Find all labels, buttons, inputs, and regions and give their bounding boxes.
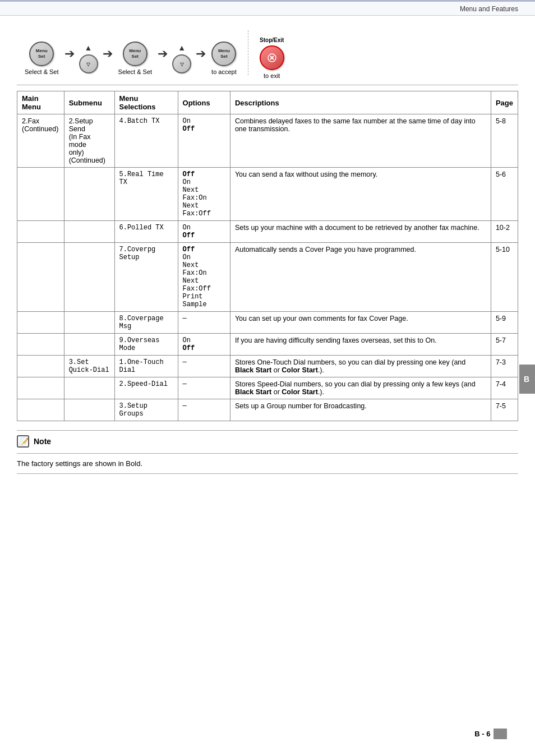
options-cell: —: [178, 377, 230, 399]
desc-cell: If you are having difficulty sending fax…: [230, 334, 491, 356]
options-cell: OffOnNext Fax:OnNext Fax:Off: [178, 168, 230, 221]
page-number-label: B - 6: [474, 730, 490, 738]
up-arrow-1[interactable]: ▲: [85, 43, 93, 52]
table-row: 2.Fax(Continued) 2.Setup Send(In Fax mod…: [17, 114, 518, 168]
header-title: Menu and Features: [460, 5, 518, 13]
main-content: MenuSet Select & Set ➔ ▲ ▿ ➔ MenuSet Sel…: [0, 16, 535, 491]
menu-sel-cell: 3.SetupGroups: [114, 399, 178, 421]
arrow-3: ➔: [158, 47, 168, 61]
page-cell: 5-6: [491, 168, 518, 221]
main-menu-cell: 2.Fax(Continued): [17, 114, 64, 168]
options-cell: —: [178, 312, 230, 334]
nav-dial-1[interactable]: ▿: [79, 54, 98, 73]
nav-arrows-2: ▲ ▿: [172, 43, 191, 73]
page-cell: 5-10: [491, 243, 518, 312]
note-section: 📝 Note The factory settings are shown in…: [17, 430, 518, 474]
step3-label: to accept: [211, 68, 237, 75]
col-options: Options: [178, 91, 230, 114]
submenu-cell: [64, 334, 114, 356]
arrow-1: ➔: [64, 47, 75, 61]
options-cell: OffOnNext Fax:OnNext Fax:OffPrint Sample: [178, 243, 230, 312]
table-row: 9.OverseasMode OnOff If you are having d…: [17, 334, 518, 356]
stop-exit-label: to exit: [264, 72, 280, 79]
options-cell: —: [178, 399, 230, 421]
nav-arrows-1: ▲ ▿: [79, 43, 98, 73]
page-cell: 7-3: [491, 356, 518, 377]
submenu-cell: 2.Setup Send(In Fax modeonly)(Continued): [64, 114, 114, 168]
main-menu-cell: [17, 168, 64, 221]
step3-group: MenuSet to accept: [211, 42, 237, 75]
page-number-box: [494, 729, 507, 739]
step2-group: MenuSet Select & Set: [118, 42, 153, 75]
menu-sel-cell: 9.OverseasMode: [114, 334, 178, 356]
menu-table: Main Menu Submenu Menu Selections Option…: [17, 91, 518, 421]
dashed-separator: [248, 30, 248, 75]
menu-set-button-2[interactable]: MenuSet: [123, 42, 147, 66]
table-row: 5.Real Time TX OffOnNext Fax:OnNext Fax:…: [17, 168, 518, 221]
menu-sel-cell: 7.CoverpgSetup: [114, 243, 178, 312]
options-cell: —: [178, 356, 230, 377]
menu-set-button-3[interactable]: MenuSet: [211, 42, 236, 66]
desc-cell: You can set up your own comments for fax…: [230, 312, 491, 334]
stop-exit-top-label: Stop/Exit: [260, 37, 284, 43]
stop-exit-button[interactable]: [260, 45, 284, 70]
submenu-cell: [64, 399, 114, 421]
page-cell: 7-4: [491, 377, 518, 399]
submenu-cell: 3.SetQuick-Dial: [64, 356, 114, 377]
step1-label: Select & Set: [25, 68, 59, 75]
desc-cell: Sets up your machine with a document to …: [230, 221, 491, 243]
note-label: Note: [34, 437, 51, 446]
desc-cell: Sets up a Group number for Broadcasting.: [230, 399, 491, 421]
diagram-area: MenuSet Select & Set ➔ ▲ ▿ ➔ MenuSet Sel…: [17, 27, 518, 85]
note-bottom-divider: [17, 473, 518, 474]
page-cell: 5-7: [491, 334, 518, 356]
table-row: 3.SetupGroups — Sets up a Group number f…: [17, 399, 518, 421]
note-text: The factory settings are shown in Bold.: [17, 459, 518, 468]
options-cell: OnOff: [178, 334, 230, 356]
note-icon: 📝: [17, 435, 29, 448]
main-menu-cell: [17, 243, 64, 312]
note-divider: [17, 453, 518, 454]
page-cell: 10-2: [491, 221, 518, 243]
desc-cell: Stores One-Touch Dial numbers, so you ca…: [230, 356, 491, 377]
main-menu-cell: [17, 221, 64, 243]
submenu-cell: [64, 221, 114, 243]
nav-dial-2[interactable]: ▿: [172, 54, 191, 73]
menu-sel-cell: 6.Polled TX: [114, 221, 178, 243]
main-menu-cell: [17, 334, 64, 356]
main-menu-cell: [17, 312, 64, 334]
col-page: Page: [491, 91, 518, 114]
col-main-menu: Main Menu: [17, 91, 64, 114]
menu-sel-cell: 2.Speed-Dial: [114, 377, 178, 399]
page-footer: B - 6: [474, 729, 507, 739]
col-menu-selections: Menu Selections: [114, 91, 178, 114]
table-row: 7.CoverpgSetup OffOnNext Fax:OnNext Fax:…: [17, 243, 518, 312]
desc-cell: Automatically sends a Cover Page you hav…: [230, 243, 491, 312]
menu-sel-cell: 8.CoverpageMsg: [114, 312, 178, 334]
table-row: 3.SetQuick-Dial 1.One-TouchDial — Stores…: [17, 356, 518, 377]
note-header: 📝 Note: [17, 435, 518, 448]
arrow-2: ➔: [103, 47, 113, 61]
menu-sel-cell: 5.Real Time TX: [114, 168, 178, 221]
options-cell: OnOff: [178, 114, 230, 168]
side-tab: B: [519, 365, 535, 394]
submenu-cell: [64, 377, 114, 399]
menu-sel-cell: 1.One-TouchDial: [114, 356, 178, 377]
desc-cell: Stores Speed-Dial numbers, so you can di…: [230, 377, 491, 399]
submenu-cell: [64, 312, 114, 334]
col-descriptions: Descriptions: [230, 91, 491, 114]
main-menu-cell: [17, 377, 64, 399]
page-cell: 5-8: [491, 114, 518, 168]
table-row: 8.CoverpageMsg — You can set up your own…: [17, 312, 518, 334]
col-submenu: Submenu: [64, 91, 114, 114]
up-arrow-2[interactable]: ▲: [178, 43, 186, 52]
page-cell: 7-5: [491, 399, 518, 421]
options-cell: OnOff: [178, 221, 230, 243]
main-menu-cell: [17, 356, 64, 377]
stop-exit-group: Stop/Exit to exit: [260, 37, 284, 79]
page-cell: 5-9: [491, 312, 518, 334]
step2-label: Select & Set: [118, 68, 153, 75]
menu-set-button-1[interactable]: MenuSet: [29, 42, 54, 66]
desc-cell: You can send a fax without using the mem…: [230, 168, 491, 221]
main-menu-cell: [17, 399, 64, 421]
